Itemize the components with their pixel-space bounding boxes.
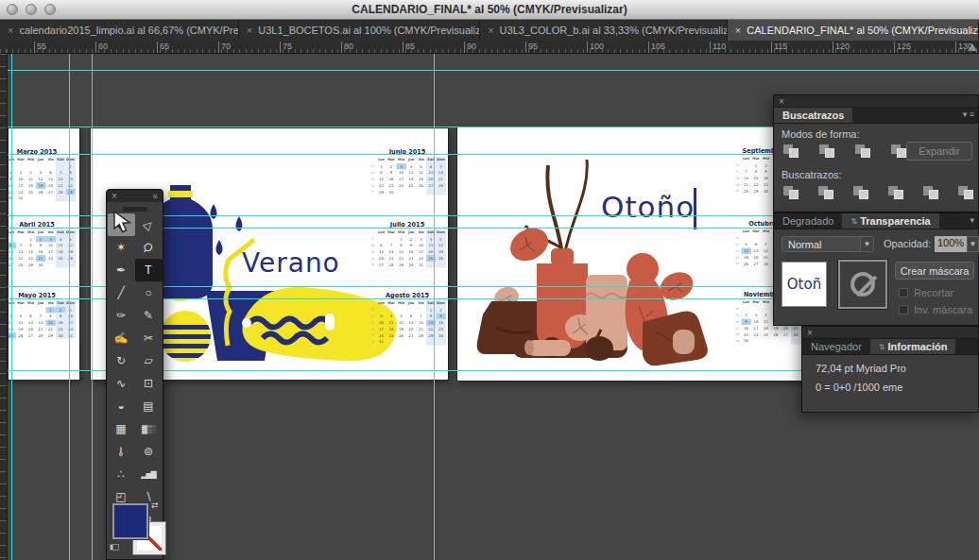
crop-icon[interactable] xyxy=(886,184,909,201)
object-thumbnail[interactable]: Otoñ xyxy=(781,262,827,307)
symbol-sprayer-tool-icon: ∴ xyxy=(117,467,125,481)
minimize-window-button[interactable] xyxy=(26,4,37,15)
tools-panel-collapse-icon[interactable]: « xyxy=(152,192,158,201)
symbol-sprayer-tool[interactable]: ∴ xyxy=(108,463,135,485)
tab-buscatrazos[interactable]: Buscatrazos xyxy=(774,108,852,123)
minus-back-icon[interactable] xyxy=(956,184,979,201)
width-tool[interactable]: ∿ xyxy=(108,372,135,395)
width-tool-icon: ∿ xyxy=(116,377,126,390)
ruler-number: 55 xyxy=(34,42,46,53)
ellipse-tool[interactable]: ○ xyxy=(135,281,163,304)
paintbrush-tool[interactable]: ✑ xyxy=(108,304,135,327)
intersect-icon[interactable] xyxy=(853,143,876,160)
direct-selection-tool[interactable]: ▷ xyxy=(135,213,163,236)
vertical-guide[interactable] xyxy=(92,54,93,560)
zoom-window-button[interactable] xyxy=(44,4,56,15)
lasso-tool[interactable]: Ϙ xyxy=(135,236,163,259)
ruler-number: 80 xyxy=(341,42,353,53)
panel-cycle-icon: ⇅ xyxy=(850,217,857,226)
make-mask-button[interactable]: Crear máscara xyxy=(895,262,974,280)
document-tab[interactable]: ×U3L1_BOCETOS.ai al 100% (CMYK/Previsual… xyxy=(239,20,480,41)
horizontal-guide[interactable] xyxy=(8,70,979,71)
otono-text-object[interactable]: Otoño xyxy=(601,190,695,224)
fill-color-swatch[interactable] xyxy=(112,503,148,539)
blend-mode-dropdown[interactable]: Normal ▼ xyxy=(781,236,874,252)
merge-icon[interactable] xyxy=(851,184,874,201)
clip-checkbox[interactable]: Recortar xyxy=(899,287,953,298)
info-panel-close-icon[interactable]: × xyxy=(807,328,813,338)
verano-text-object[interactable]: Verano xyxy=(242,247,340,279)
mesh-tool[interactable]: ▦ xyxy=(108,417,135,440)
front-square xyxy=(861,148,870,158)
pen-tool[interactable]: ✒ xyxy=(108,259,135,281)
line-tool[interactable]: ╱ xyxy=(108,281,135,304)
blend-tool[interactable]: ⊚ xyxy=(135,440,163,463)
document-tab[interactable]: ×calendario2015_limpio.ai al 66,67% (CMY… xyxy=(0,20,239,41)
column-graph-tool[interactable]: ▂▅▇ xyxy=(135,463,163,485)
magic-wand-tool-icon: ✶ xyxy=(116,241,126,254)
tab-degradado[interactable]: Degradado xyxy=(774,213,842,229)
artboard-otono[interactable]: Otoño Septiembre 2015LunMarMiéJueVieSábD… xyxy=(456,127,815,382)
outline-icon[interactable] xyxy=(921,184,944,201)
pencil-tool[interactable]: ✎ xyxy=(135,304,163,327)
shape-builder-tool[interactable]: ◒ xyxy=(108,395,135,417)
vertical-guide[interactable] xyxy=(434,54,435,560)
default-fill-stroke-icon[interactable] xyxy=(110,541,119,552)
type-tool[interactable]: T xyxy=(135,259,163,281)
front-square xyxy=(789,148,799,158)
document-tab[interactable]: ×U3L3_COLOR_b.ai al 33,33% (CMYK/Previsu… xyxy=(480,20,728,41)
tab-label: U3L1_BOCETOS.ai al 100% (CMYK/Previsuali… xyxy=(258,25,480,36)
perspective-grid-tool[interactable]: ▤ xyxy=(135,395,163,417)
invert-mask-checkbox[interactable]: Inv. máscara xyxy=(899,304,972,315)
tab-transparencia[interactable]: ⇅ Transparencia xyxy=(842,213,938,229)
mouse-cursor xyxy=(113,211,134,235)
horizontal-ruler[interactable]: 556065707580859095100105110115120125130 xyxy=(0,41,979,54)
blob-brush-tool[interactable]: ✍ xyxy=(108,327,135,349)
rotate-tool[interactable]: ↻ xyxy=(108,349,135,372)
tab-close-icon[interactable]: × xyxy=(735,25,741,36)
trim-icon[interactable] xyxy=(816,184,839,201)
swap-fill-stroke-icon[interactable]: ⇄ xyxy=(151,501,159,510)
tab-navegador[interactable]: Navegador xyxy=(802,339,870,354)
vertical-guide[interactable] xyxy=(69,54,70,560)
vertical-ruler[interactable] xyxy=(0,54,8,560)
chevron-down-icon: ▼ xyxy=(967,236,979,252)
mask-thumbnail[interactable] xyxy=(838,260,887,309)
document-tab[interactable]: ×CALENDARIO_FINAL* al 50% (CMYK/Previsua… xyxy=(728,20,979,41)
no-mask-icon xyxy=(850,272,875,297)
panel-menu-icon[interactable]: ▾ ≡ xyxy=(963,110,974,119)
direct-selection-tool-icon: ▷ xyxy=(141,217,156,232)
ruler-number: 95 xyxy=(525,42,538,53)
tab-close-icon[interactable]: × xyxy=(247,25,252,36)
magic-wand-tool[interactable]: ✶ xyxy=(108,236,135,259)
tab-label: CALENDARIO_FINAL* al 50% (CMYK/Previsual… xyxy=(747,25,979,36)
panel-menu-icon[interactable]: ▾ xyxy=(970,215,974,225)
pathfinder-panel-close-icon[interactable]: × xyxy=(779,96,784,107)
tab-informacion[interactable]: ⇅ Información xyxy=(870,339,956,354)
front-square xyxy=(964,190,973,199)
front-square xyxy=(789,190,799,199)
tab-close-icon[interactable]: × xyxy=(8,25,13,36)
tab-close-icon[interactable]: × xyxy=(488,25,493,36)
line-tool-icon: ╱ xyxy=(117,286,124,299)
artboard-tool-icon: ◰ xyxy=(115,490,126,503)
tools-panel-close-icon[interactable]: × xyxy=(112,192,117,201)
front-square xyxy=(859,190,868,199)
shape-modes-label: Modos de forma: xyxy=(781,128,860,140)
scale-tool[interactable]: ▱ xyxy=(135,349,163,372)
shape-builder-tool-icon: ◒ xyxy=(117,399,124,413)
gradient-tool[interactable]: ▓▒░ xyxy=(135,417,163,440)
expand-button[interactable]: Expandir xyxy=(906,142,972,161)
unite-icon[interactable] xyxy=(781,143,804,160)
close-window-button[interactable] xyxy=(7,4,18,15)
scissors-tool[interactable]: ✂ xyxy=(135,327,163,349)
minus-front-icon[interactable] xyxy=(817,143,840,160)
eyedropper-tool[interactable]: ⊸ xyxy=(108,440,135,463)
calendar-month-agosto: Agosto 2015LunMarMiéJueVieSábDom31123234… xyxy=(366,292,449,345)
vertical-guide[interactable] xyxy=(11,54,12,560)
opacity-field[interactable]: 100% ▼ xyxy=(935,236,979,252)
window-title: CALENDARIO_FINAL* al 50% (CMYK/Previsual… xyxy=(0,3,979,16)
free-transform-tool[interactable]: ⊡ xyxy=(135,372,163,395)
divide-icon[interactable] xyxy=(781,184,804,201)
ruler-number: 100 xyxy=(587,42,604,53)
